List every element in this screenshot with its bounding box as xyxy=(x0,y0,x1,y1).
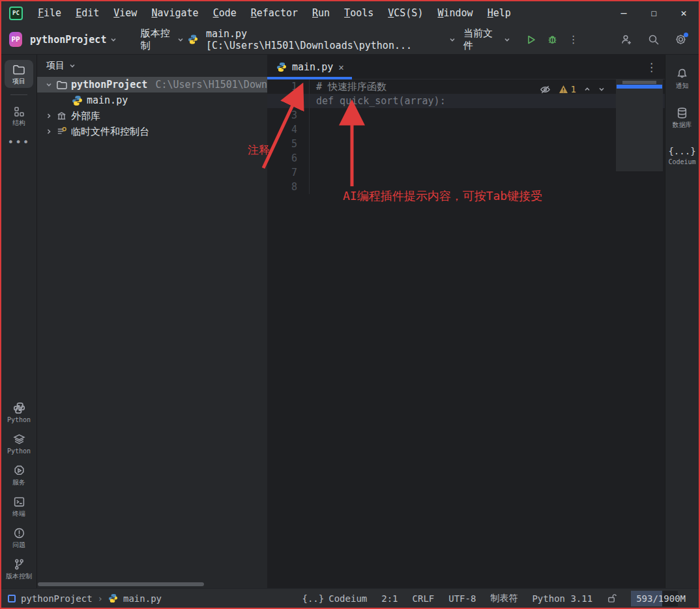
tab-options-icon[interactable]: ⋮ xyxy=(646,61,657,74)
caret-position[interactable]: 2:1 xyxy=(381,593,398,604)
tree-row-scratches[interactable]: 临时文件和控制台 xyxy=(37,124,267,139)
tool-button-codeium[interactable]: {...} Codeium xyxy=(668,142,697,169)
python-file-icon xyxy=(72,95,83,106)
menu-edit[interactable]: Edit xyxy=(70,5,105,21)
main-toolbar: PP pythonProject 版本控制 main.py [C:\Users\… xyxy=(1,25,699,55)
menu-file[interactable]: File xyxy=(32,5,67,21)
right-tool-stripe: 通知 数据库 {...} Codeium xyxy=(665,55,699,588)
tool-button-project[interactable]: 项目 xyxy=(5,60,33,88)
tool-button-database[interactable]: 数据库 xyxy=(668,103,697,132)
tool-button-notifications[interactable]: 通知 xyxy=(668,64,697,92)
project-tool-window: 项目 pythonProject C:\Users\H1501\Download… xyxy=(37,55,267,588)
breadcrumb-separator: › xyxy=(98,593,103,604)
breadcrumb-project[interactable]: pythonProject xyxy=(21,593,93,604)
tool-button-python-console[interactable]: Python xyxy=(5,398,33,427)
eye-off-icon[interactable] xyxy=(540,84,551,95)
bug-icon xyxy=(547,34,558,45)
tool-button-services[interactable]: 服务 xyxy=(5,460,33,489)
prev-problem-icon[interactable] xyxy=(584,86,591,92)
tab-close-icon[interactable]: ✕ xyxy=(338,62,343,72)
tree-row-main-py[interactable]: main.py xyxy=(37,92,267,108)
indent-style[interactable]: 制表符 xyxy=(490,593,518,604)
menu-vcs[interactable]: VCS(S) xyxy=(382,5,429,21)
tool-button-version-control[interactable]: 版本控制 xyxy=(5,554,33,583)
chevron-down-icon xyxy=(46,81,52,88)
tool-button-python-packages[interactable]: Python xyxy=(5,429,33,458)
run-button[interactable] xyxy=(521,31,541,49)
codeium-status[interactable]: {..} Codeium xyxy=(302,593,368,604)
project-icon xyxy=(8,595,16,602)
menu-tools[interactable]: Tools xyxy=(338,5,379,21)
menu-run[interactable]: Run xyxy=(306,5,336,21)
breadcrumb-file[interactable]: main.py xyxy=(123,593,162,604)
run-file-switcher[interactable]: main.py [C:\Users\H1501\Downloads\python… xyxy=(202,25,459,54)
git-branch-icon xyxy=(13,558,25,571)
warning-count[interactable]: 1 xyxy=(559,82,576,96)
more-actions-button[interactable]: ⋮ xyxy=(564,31,583,49)
pycharm-logo-icon: PC xyxy=(9,7,23,20)
menu-navigate[interactable]: Navigate xyxy=(145,5,204,21)
bell-icon xyxy=(676,68,688,80)
tool-button-problems[interactable]: 问题 xyxy=(5,523,33,552)
tree-row-external-libraries[interactable]: 外部库 xyxy=(37,108,267,124)
project-panel-header[interactable]: 项目 xyxy=(37,55,267,77)
menu-view[interactable]: View xyxy=(108,5,143,21)
tool-button-terminal[interactable]: 终端 xyxy=(5,492,33,520)
interpreter[interactable]: Python 3.11 xyxy=(532,593,592,604)
editor-tab-bar: main.py ✕ ⋮ xyxy=(267,55,665,79)
layers-icon xyxy=(13,433,25,446)
menu-help[interactable]: Help xyxy=(482,5,517,21)
tree-row-project-root[interactable]: pythonProject C:\Users\H1501\Downloads xyxy=(37,77,267,92)
vcs-widget[interactable]: 版本控制 xyxy=(137,25,188,55)
code-line-7: 7 xyxy=(267,165,665,180)
unlock-icon[interactable] xyxy=(607,593,617,603)
settings-notification-dot xyxy=(684,33,688,37)
left-tool-stripe: 项目 结构 ••• Python xyxy=(1,55,37,588)
main-menu: File Edit View Navigate Code Refactor Ru… xyxy=(32,5,517,21)
code-editor[interactable]: 1 # 快速排序函数 2 def quick_sort(array): 3 4 … xyxy=(267,79,665,588)
run-configuration-selector[interactable]: 当前文件 xyxy=(459,25,514,55)
editor-minimap-panel[interactable] xyxy=(616,79,663,171)
code-line-8: 8 xyxy=(267,180,665,194)
menu-refactor[interactable]: Refactor xyxy=(245,5,304,21)
terminal-icon xyxy=(13,496,25,508)
python-file-icon xyxy=(276,62,287,72)
title-bar: PC File Edit View Navigate Code Refactor… xyxy=(1,1,699,25)
line-separator[interactable]: CRLF xyxy=(413,593,435,604)
chevron-right-icon xyxy=(46,113,52,119)
ai-ghost-suggestion: def quick_sort(array): xyxy=(310,94,446,108)
debug-button[interactable] xyxy=(543,31,562,49)
file-encoding[interactable]: UTF-8 xyxy=(448,593,476,604)
close-button[interactable]: ✕ xyxy=(669,1,699,25)
status-bar: pythonProject › main.py {..} Codeium 2:1… xyxy=(1,588,699,608)
warning-triangle-icon xyxy=(559,85,568,94)
code-line-6: 6 xyxy=(267,151,665,165)
next-problem-icon[interactable] xyxy=(598,86,605,92)
code-line-5: 5 xyxy=(267,137,665,151)
chevron-down-icon xyxy=(110,36,117,43)
chevron-down-icon xyxy=(69,63,76,69)
database-icon xyxy=(676,107,688,119)
problems-icon xyxy=(13,527,25,539)
project-tree: pythonProject C:\Users\H1501\Downloads m… xyxy=(37,77,267,139)
settings-button[interactable] xyxy=(671,31,691,49)
project-widget[interactable]: pythonProject xyxy=(26,31,121,48)
code-with-me-button[interactable] xyxy=(617,31,636,49)
search-icon xyxy=(648,34,660,46)
menu-window[interactable]: Window xyxy=(431,5,478,21)
menu-code[interactable]: Code xyxy=(207,5,242,21)
tab-main-py[interactable]: main.py ✕ xyxy=(267,55,352,79)
person-add-icon xyxy=(620,34,632,46)
minimize-button[interactable]: – xyxy=(609,1,639,25)
tool-button-structure[interactable]: 结构 xyxy=(5,102,33,130)
python-file-icon xyxy=(108,593,118,603)
horizontal-scrollbar[interactable] xyxy=(38,582,204,586)
code-line-3: 3 xyxy=(267,108,665,122)
memory-indicator[interactable]: 593/1900M xyxy=(631,591,691,606)
braces-icon: {..} xyxy=(302,593,325,604)
project-avatar[interactable]: PP xyxy=(9,32,22,47)
more-tool-windows-button[interactable]: ••• xyxy=(8,131,31,154)
library-icon xyxy=(56,111,67,122)
search-everywhere-button[interactable] xyxy=(644,31,664,49)
maximize-button[interactable]: ☐ xyxy=(639,1,669,25)
